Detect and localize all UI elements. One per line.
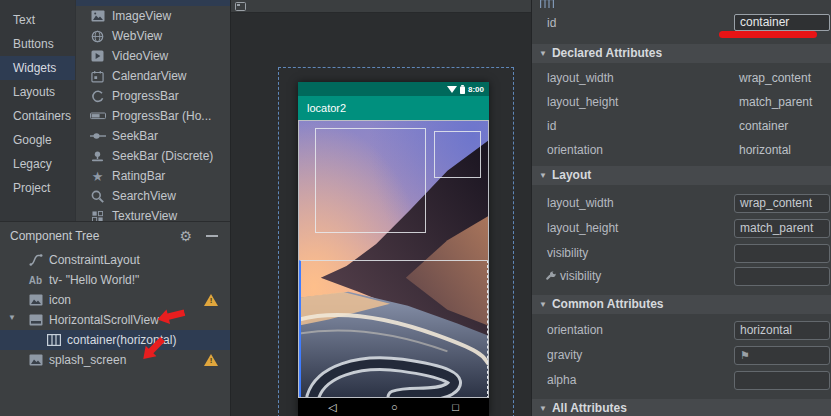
attribute-label: orientation bbox=[547, 321, 603, 340]
palette-category-project[interactable]: Project bbox=[0, 176, 75, 200]
palette-item-ratingbar[interactable]: ★ RatingBar bbox=[76, 166, 230, 186]
wrench-icon bbox=[545, 270, 557, 282]
view-outline-small[interactable] bbox=[434, 131, 481, 178]
tree-item-textview[interactable]: Ab tv- "Hello World!" bbox=[0, 270, 230, 290]
attribute-label: id bbox=[547, 11, 556, 35]
palette-item-label: SeekBar bbox=[112, 129, 158, 143]
tree-item-label: ConstraintLayout bbox=[49, 253, 140, 267]
palette-category-layouts[interactable]: Layouts bbox=[0, 80, 75, 104]
tree-item-horizontalscrollview[interactable]: ▼ HorizontalScrollView bbox=[0, 310, 230, 330]
attribute-row: orientation horizontal bbox=[532, 321, 831, 345]
searchview-icon bbox=[89, 189, 106, 203]
palette-item-label: VideoView bbox=[112, 49, 168, 63]
palette-item-videoview[interactable]: VideoView bbox=[76, 46, 230, 66]
device-screen[interactable] bbox=[298, 120, 489, 398]
view-outline-large[interactable] bbox=[315, 128, 426, 233]
progressbar-horizontal-icon bbox=[89, 109, 106, 123]
imageview-icon bbox=[89, 9, 106, 23]
palette-widget-list: ImageView WebView VideoView CalendarView… bbox=[76, 0, 230, 221]
visibility-combobox[interactable] bbox=[734, 244, 830, 263]
tools-visibility-combobox[interactable] bbox=[734, 267, 830, 286]
palette-item-searchview[interactable]: SearchView bbox=[76, 186, 230, 206]
palette-item-progressbar[interactable]: ProgressBar bbox=[76, 86, 230, 106]
warning-icon: ! bbox=[204, 294, 218, 306]
palette-category-containers[interactable]: Containers bbox=[0, 104, 75, 128]
section-common-attributes[interactable]: ▼Common Attributes bbox=[532, 295, 831, 314]
gear-icon[interactable]: ⚙ bbox=[179, 229, 192, 243]
tree-item-label: splash_screen bbox=[49, 353, 126, 367]
tree-item-label: tv- "Hello World!" bbox=[49, 273, 139, 287]
component-tree-title: Component Tree bbox=[10, 229, 179, 243]
device-preview[interactable]: 8:00 locator2 bbox=[298, 82, 489, 416]
chevron-down-icon: ▼ bbox=[539, 171, 547, 180]
videoview-icon bbox=[89, 49, 106, 63]
warning-icon: ! bbox=[204, 354, 218, 366]
attribute-row[interactable]: orientation horizontal bbox=[532, 138, 831, 162]
tree-item-label: container(horizontal) bbox=[67, 333, 176, 347]
id-input[interactable]: container bbox=[734, 14, 830, 31]
chevron-down-icon[interactable]: ▼ bbox=[8, 313, 16, 322]
palette-item-seekbar-discrete[interactable]: SeekBar (Discrete) bbox=[76, 146, 230, 166]
palette-item-label: CalendarView bbox=[112, 69, 187, 83]
alpha-input[interactable] bbox=[734, 371, 830, 390]
tree-item-icon[interactable]: icon ! bbox=[0, 290, 230, 310]
tree-item-label: HorizontalScrollView bbox=[49, 313, 159, 327]
tree-item-splash-screen[interactable]: splash_screen ! bbox=[0, 350, 230, 370]
attribute-value[interactable]: wrap_content bbox=[739, 66, 811, 90]
section-declared-attributes[interactable]: ▼Declared Attributes bbox=[532, 44, 831, 63]
attribute-label: gravity bbox=[547, 346, 582, 365]
attribute-row: alpha bbox=[532, 371, 831, 395]
attribute-value[interactable]: horizontal bbox=[739, 138, 791, 162]
palette-category-buttons[interactable]: Buttons bbox=[0, 32, 75, 56]
webview-icon bbox=[89, 29, 106, 43]
palette-item-imageview[interactable]: ImageView bbox=[76, 6, 230, 26]
attribute-value[interactable]: container bbox=[739, 114, 788, 138]
attribute-label: id bbox=[547, 114, 556, 138]
palette-category-legacy[interactable]: Legacy bbox=[0, 152, 75, 176]
palette: Text Buttons Widgets Layouts Containers … bbox=[0, 0, 230, 222]
palette-item-calendarview[interactable]: CalendarView bbox=[76, 66, 230, 86]
attribute-label: visibility bbox=[547, 244, 588, 263]
gravity-flag-field[interactable]: ⚑ bbox=[734, 346, 830, 365]
palette-category-widgets[interactable]: Widgets bbox=[0, 56, 75, 80]
layout-height-combobox[interactable]: match_parent bbox=[734, 219, 830, 238]
textview-icon: Ab bbox=[28, 274, 43, 287]
design-canvas[interactable]: 8:00 locator2 bbox=[230, 0, 531, 416]
palette-category-google[interactable]: Google bbox=[0, 128, 75, 152]
palette-item-webview[interactable]: WebView bbox=[76, 26, 230, 46]
attribute-value[interactable]: match_parent bbox=[739, 90, 812, 114]
attribute-row: layout_height match_parent bbox=[532, 219, 831, 243]
section-layout[interactable]: ▼Layout bbox=[532, 166, 831, 185]
orientation-combobox[interactable]: horizontal bbox=[734, 321, 830, 340]
palette-item-label: ProgressBar (Ho... bbox=[112, 109, 211, 123]
section-all-attributes[interactable]: ▼All Attributes bbox=[532, 399, 831, 416]
app-bar: locator2 bbox=[298, 96, 489, 120]
tree-item-container-horizontal[interactable]: container(horizontal) bbox=[0, 330, 230, 350]
palette-item-textureview[interactable]: TextureView bbox=[76, 206, 230, 221]
attribute-row[interactable]: layout_width wrap_content bbox=[532, 66, 831, 90]
device-status-bar: 8:00 bbox=[298, 82, 489, 96]
seekbar-discrete-icon bbox=[89, 149, 106, 163]
wifi-icon bbox=[447, 86, 457, 93]
palette-item-label: TextureView bbox=[112, 209, 177, 221]
design-toolbar bbox=[231, 0, 531, 13]
palette-item-label: WebView bbox=[112, 29, 162, 43]
device-nav-bar: ◁ ○ □ bbox=[298, 398, 489, 416]
palette-item-label: SearchView bbox=[112, 189, 176, 203]
palette-item-seekbar[interactable]: SeekBar bbox=[76, 126, 230, 146]
progressbar-icon bbox=[89, 89, 106, 103]
attribute-row[interactable]: id container bbox=[532, 114, 831, 138]
layout-width-combobox[interactable]: wrap_content bbox=[734, 194, 830, 213]
chevron-down-icon: ▼ bbox=[539, 404, 547, 413]
textureview-icon bbox=[89, 209, 106, 221]
palette-item-label: RatingBar bbox=[112, 169, 165, 183]
attribute-row[interactable]: layout_height match_parent bbox=[532, 90, 831, 114]
selected-container-outline[interactable] bbox=[299, 260, 488, 398]
screen-icon bbox=[235, 2, 246, 11]
tree-item-constraintlayout[interactable]: ConstraintLayout bbox=[0, 250, 230, 270]
attribute-row: visibility bbox=[532, 267, 831, 291]
palette-item-progressbar-horizontal[interactable]: ProgressBar (Ho... bbox=[76, 106, 230, 126]
palette-category-text[interactable]: Text bbox=[0, 8, 75, 32]
minimize-icon[interactable] bbox=[206, 235, 218, 237]
horizontalscrollview-icon bbox=[28, 314, 43, 327]
